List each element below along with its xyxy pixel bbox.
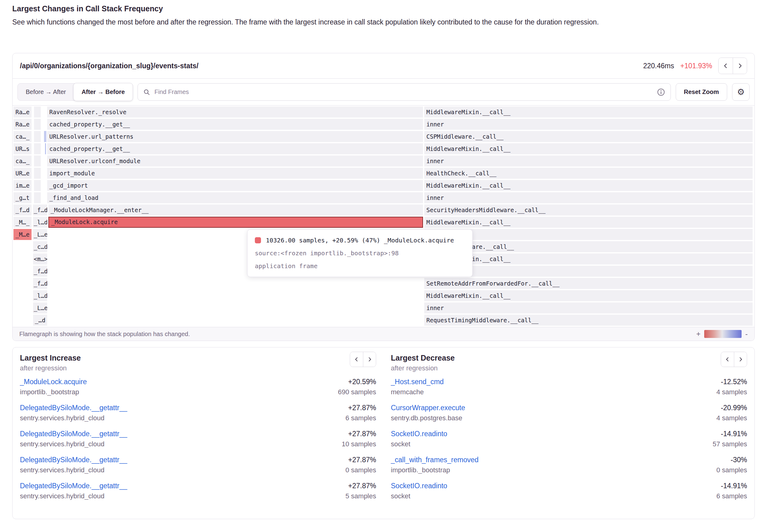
flame-frame[interactable]: inner: [424, 119, 753, 130]
flame-frame[interactable]: [34, 168, 41, 179]
find-frames-search: [137, 83, 671, 101]
flame-frame[interactable]: URLResolver.urlconf_module: [47, 155, 423, 167]
flame-frame[interactable]: _c…d: [33, 241, 47, 252]
flame-frame[interactable]: [45, 143, 46, 154]
sample-count: 4 samples: [716, 414, 747, 422]
flame-frame[interactable]: [34, 143, 41, 154]
flame-frame[interactable]: MiddlewareMixin.__call__: [424, 290, 753, 301]
info-icon[interactable]: [657, 88, 665, 96]
function-link[interactable]: _call_with_frames_removed: [391, 456, 479, 464]
percent-change: +27.87%: [348, 430, 376, 438]
flame-frame[interactable]: [34, 180, 41, 191]
function-link[interactable]: _ModuleLock.acquire: [20, 378, 87, 386]
flame-frame[interactable]: HealthCheck.__call__: [424, 168, 753, 179]
previous-endpoint-button[interactable]: [719, 58, 733, 74]
endpoint-pagination: [718, 58, 747, 74]
flame-frame[interactable]: inner: [424, 302, 753, 313]
increase-next-button[interactable]: [363, 352, 376, 367]
flame-frame[interactable]: MiddlewareMixin.__call__: [424, 143, 753, 154]
module-label: socket: [391, 440, 411, 448]
flame-frame[interactable]: [44, 131, 47, 142]
flame-frame[interactable]: MiddlewareMixin.__call__: [424, 107, 753, 118]
flame-frame[interactable]: [34, 155, 41, 167]
decrease-next-button[interactable]: [734, 352, 747, 367]
flame-frame[interactable]: URLResolver.url_patterns: [47, 131, 423, 142]
function-link[interactable]: CursorWrapper.execute: [391, 404, 465, 412]
flame-frame[interactable]: cached_property.__get__: [47, 143, 423, 154]
function-link[interactable]: DelegatedBySiloMode.__getattr__: [20, 456, 127, 464]
decrease-prev-button[interactable]: [721, 352, 734, 367]
flamegraph-statusbar: Flamegraph is showing how the stack popu…: [13, 327, 754, 341]
flame-frame[interactable]: inner: [424, 266, 753, 277]
chevron-left-icon: [354, 357, 359, 362]
tooltip-color-swatch: [255, 237, 261, 243]
flame-frame[interactable]: _M…_: [13, 217, 32, 228]
segment-after-before[interactable]: After → Before: [73, 83, 133, 101]
flame-frame[interactable]: CommonMiddleware.__call__: [424, 241, 753, 252]
increase-prev-button[interactable]: [350, 352, 363, 367]
flame-frame[interactable]: [34, 192, 41, 203]
flame-frame[interactable]: _ModuleLock.acquire: [48, 217, 423, 228]
flame-frame[interactable]: _l…d: [33, 217, 47, 228]
flame-frame[interactable]: _l…d: [33, 290, 47, 301]
flame-frame[interactable]: [34, 131, 41, 142]
flame-frame[interactable]: _f…d: [13, 204, 32, 215]
next-endpoint-button[interactable]: [733, 58, 747, 74]
function-link[interactable]: SocketIO.readinto: [391, 482, 447, 490]
flame-frame[interactable]: Ra…e: [13, 107, 32, 118]
flamegraph-canvas[interactable]: RequestTimingMiddleware.__call___…dinner…: [13, 106, 754, 327]
flame-frame[interactable]: inner: [424, 192, 753, 203]
flame-frame[interactable]: _f…d: [33, 278, 47, 289]
find-frames-input[interactable]: [154, 88, 652, 96]
flame-frame[interactable]: _L…e: [33, 229, 47, 240]
flame-frame[interactable]: _…d: [33, 315, 47, 326]
flame-frame[interactable]: _ModuleLockManager.__enter__: [48, 204, 423, 215]
flame-frame[interactable]: _M…e: [13, 229, 32, 240]
function-link[interactable]: DelegatedBySiloMode.__getattr__: [20, 430, 127, 438]
largest-increase-subtitle: after regression: [20, 364, 81, 372]
flame-frame[interactable]: import_module: [47, 168, 423, 179]
function-link[interactable]: DelegatedBySiloMode.__getattr__: [20, 404, 127, 412]
flame-frame[interactable]: _g…t: [13, 192, 32, 203]
settings-button[interactable]: ⚙: [732, 83, 750, 101]
flame-frame[interactable]: UR…s: [13, 143, 32, 154]
flame-frame[interactable]: MiddlewareMixin.__call__: [424, 217, 753, 228]
flame-frame[interactable]: RavenResolver._resolve: [47, 107, 423, 118]
flame-frame[interactable]: im…e: [13, 180, 32, 191]
flame-frame[interactable]: inner: [424, 229, 753, 240]
flame-frame[interactable]: SetRemoteAddrFromForwardedFor.__call__: [424, 278, 753, 289]
module-label: sentry.services.hybrid_cloud: [20, 492, 104, 500]
decrease-list: _Host.send_cmd-12.52%memcache4 samplesCu…: [391, 378, 747, 500]
flame-frame[interactable]: cached_property.__get__: [47, 119, 423, 130]
flame-frame[interactable]: [34, 107, 41, 118]
flame-frame[interactable]: SecurityHeadersMiddleware.__call__: [424, 204, 753, 215]
flame-frame[interactable]: UR…e: [13, 168, 32, 179]
flame-frame[interactable]: CSPMiddleware.__call__: [424, 131, 753, 142]
chevron-right-icon: [737, 63, 743, 69]
flame-frame[interactable]: [34, 119, 41, 130]
flame-frame[interactable]: Ra…e: [13, 119, 32, 130]
flame-frame[interactable]: _find_and_load: [47, 192, 423, 203]
function-link[interactable]: _Host.send_cmd: [391, 378, 444, 386]
flame-frame[interactable]: _gcd_import: [47, 180, 423, 191]
flame-frame[interactable]: inner: [424, 155, 753, 167]
percent-change: +20.59%: [348, 378, 376, 386]
flame-frame[interactable]: _f…d: [33, 266, 47, 277]
flame-frame[interactable]: ca…_: [13, 155, 32, 167]
flame-frame[interactable]: RequestTimingMiddleware.__call__: [424, 315, 753, 326]
sample-count: 690 samples: [338, 388, 376, 396]
flame-frame[interactable]: <m…>: [33, 253, 47, 264]
function-link[interactable]: DelegatedBySiloMode.__getattr__: [20, 482, 127, 490]
flame-frame[interactable]: ca…_: [13, 131, 32, 142]
panel-header-right: 220.46ms +101.93%: [643, 58, 747, 74]
segment-before-after[interactable]: Before → After: [18, 84, 74, 100]
reset-zoom-button[interactable]: Reset Zoom: [676, 83, 727, 101]
function-link[interactable]: SocketIO.readinto: [391, 430, 447, 438]
flame-frame[interactable]: _f…d: [33, 204, 47, 215]
flame-frame[interactable]: MiddlewareMixin.__call__: [424, 253, 753, 264]
sample-count: 5 samples: [345, 492, 376, 500]
sample-count: 6 samples: [345, 414, 376, 422]
function-change-item: _Host.send_cmd-12.52%memcache4 samples: [391, 378, 747, 396]
flame-frame[interactable]: MiddlewareMixin.__call__: [424, 180, 753, 191]
flame-frame[interactable]: _L…e: [33, 302, 47, 313]
